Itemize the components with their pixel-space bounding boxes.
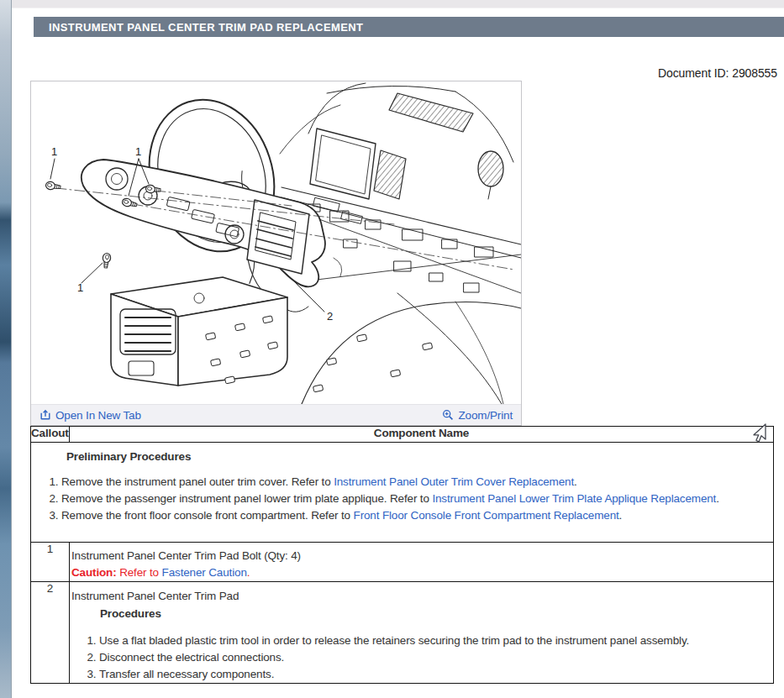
callout-label: 1 — [135, 145, 141, 158]
component-column-header: Component Name — [70, 427, 774, 443]
step-text: Remove the passenger instrument panel lo… — [61, 492, 432, 505]
lower-trim-plate-applique-replacement-link[interactable]: Instrument Panel Lower Trim Plate Appliq… — [432, 492, 716, 505]
preliminary-step: Remove the instrument panel outer trim c… — [61, 474, 773, 491]
zoom-print-link[interactable]: Zoom/Print — [442, 409, 513, 422]
instrument-panel-diagram[interactable]: 1 1 1 2 — [31, 81, 521, 404]
procedures-title: Procedures — [100, 606, 773, 622]
step-text: Remove the front floor console front com… — [61, 509, 354, 522]
preliminary-steps-list: Remove the instrument panel outer trim c… — [31, 474, 773, 524]
floor-console-drawing — [111, 277, 287, 386]
zoom-print-label: Zoom/Print — [458, 409, 513, 422]
caution-text: Refer to — [117, 566, 162, 579]
page-title-bar: INSTRUMENT PANEL CENTER TRIM PAD REPLACE… — [34, 17, 784, 37]
callout-number: 1 — [31, 543, 70, 582]
component-cell: Instrument Panel Center Trim Pad Bolt (Q… — [70, 543, 774, 582]
figure-panel: 1 1 1 2 Open In New Tab — [30, 81, 522, 426]
step-text: Remove the instrument panel outer trim c… — [61, 475, 334, 488]
front-floor-console-front-compartment-replacement-link[interactable]: Front Floor Console Front Compartment Re… — [354, 509, 619, 522]
page-title: INSTRUMENT PANEL CENTER TRIM PAD REPLACE… — [49, 21, 363, 34]
step-text: . — [574, 475, 577, 488]
procedure-step: Transfer all necessary components. — [99, 666, 773, 683]
background-window-edge — [0, 0, 12, 698]
callout-number: 2 — [31, 582, 70, 684]
component-name: Instrument Panel Center Trim Pad — [71, 588, 773, 604]
service-document-page: INSTRUMENT PANEL CENTER TRIM PAD REPLACE… — [0, 0, 784, 698]
callout-label: 1 — [51, 145, 57, 158]
preliminary-step: Remove the front floor console front com… — [61, 507, 773, 524]
preliminary-procedures-row: Preliminary Procedures Remove the instru… — [31, 443, 774, 543]
caution-line: Caution: Refer to Fastener Caution. — [71, 564, 773, 580]
open-in-new-tab-icon — [39, 409, 51, 421]
preliminary-procedures-title: Preliminary Procedures — [66, 449, 773, 464]
open-in-new-tab-link[interactable]: Open In New Tab — [39, 409, 141, 422]
outer-trim-cover-replacement-link[interactable]: Instrument Panel Outer Trim Cover Replac… — [334, 475, 574, 488]
table-row: 1 Instrument Panel Center Trim Pad Bolt … — [31, 543, 774, 582]
step-text: . — [619, 509, 623, 522]
component-table: Callout Component Name Preliminary Proce… — [30, 426, 774, 684]
procedure-step: Use a flat bladed plastic trim tool in o… — [99, 632, 773, 649]
table-row: 2 Instrument Panel Center Trim Pad Proce… — [31, 582, 774, 684]
top-window-strip — [12, 0, 784, 8]
fastener-caution-link[interactable]: Fastener Caution — [162, 566, 247, 579]
callout-label: 2 — [327, 310, 333, 323]
procedure-step: Disconnect the electrical connections. — [99, 649, 773, 666]
component-cell: Instrument Panel Center Trim Pad Procedu… — [70, 582, 774, 684]
figure-toolbar: Open In New Tab Zoom/Print — [31, 404, 521, 425]
procedures-steps-list: Use a flat bladed plastic trim tool in o… — [70, 632, 773, 683]
caution-text: . — [247, 566, 250, 579]
zoom-magnifier-icon — [442, 409, 454, 421]
preliminary-procedures-cell: Preliminary Procedures Remove the instru… — [31, 443, 774, 543]
table-header-row: Callout Component Name — [31, 427, 774, 443]
open-in-new-tab-label: Open In New Tab — [55, 409, 141, 422]
callout-label: 1 — [77, 281, 83, 294]
callout-column-header: Callout — [31, 427, 70, 443]
document-id: Document ID: 2908555 — [658, 66, 777, 80]
component-name: Instrument Panel Center Trim Pad Bolt (Q… — [71, 548, 773, 564]
mouse-cursor — [747, 422, 769, 448]
step-text: . — [716, 492, 719, 505]
preliminary-step: Remove the passenger instrument panel lo… — [61, 491, 773, 507]
caution-label: Caution: — [71, 566, 117, 579]
